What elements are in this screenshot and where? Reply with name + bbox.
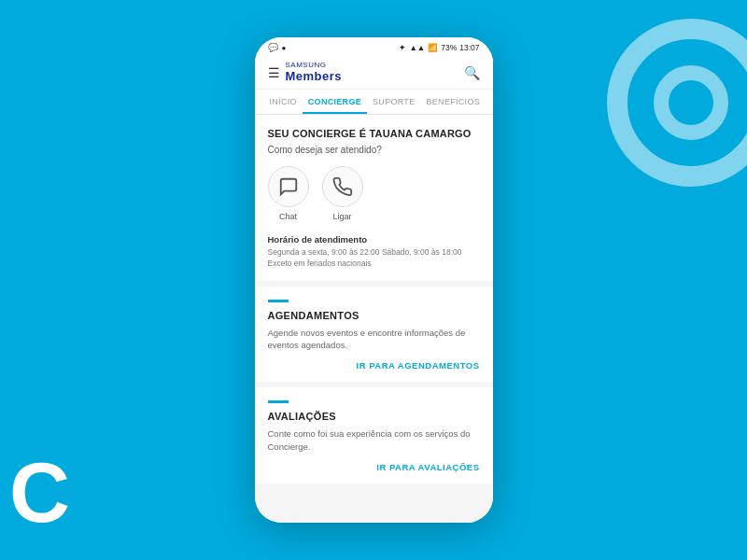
main-content: SEU CONCIERGE É TAUANA CAMARGO Como dese… bbox=[255, 115, 493, 523]
hours-text: Segunda a sexta, 9:00 às 22:00 Sábado, 9… bbox=[268, 247, 480, 270]
status-left-icons: 💬 ● bbox=[268, 43, 287, 52]
concierge-name: SEU CONCIERGE É TAUANA CAMARGO bbox=[268, 128, 480, 139]
tab-beneficios[interactable]: BENEFÍCIOS bbox=[420, 90, 486, 114]
wifi-icon: 📶 bbox=[428, 43, 438, 52]
top-bar: ☰ SAMSUNG Members 🔍 bbox=[255, 56, 493, 90]
phone-icon bbox=[322, 166, 363, 207]
how-help-text: Como deseja ser atendido? bbox=[268, 145, 480, 155]
concierge-card: SEU CONCIERGE É TAUANA CAMARGO Como dese… bbox=[255, 115, 493, 281]
bluetooth-icon: ✦ bbox=[399, 43, 406, 52]
call-label: Ligar bbox=[332, 212, 351, 221]
signal-bars: ▲▲ bbox=[409, 43, 425, 52]
phone-frame: 💬 ● ✦ ▲▲ 📶 73% 13:07 ☰ SAMSUNG Members 🔍… bbox=[255, 37, 493, 523]
agendamentos-desc: Agende novos eventos e encontre informaç… bbox=[268, 327, 480, 352]
call-option[interactable]: Ligar bbox=[322, 166, 363, 221]
message-icon: 💬 bbox=[268, 43, 278, 52]
chat-label: Chat bbox=[279, 212, 297, 221]
brand-text: SAMSUNG Members bbox=[286, 62, 343, 83]
avaliacoes-card: AVALIAÇÕES Conte como foi sua experiênci… bbox=[255, 387, 493, 483]
agendamentos-card: AGENDAMENTOS Agende novos eventos e enco… bbox=[255, 287, 493, 383]
avaliacoes-link[interactable]: IR PARA AVALIAÇÕES bbox=[268, 462, 480, 472]
accent-line-agendamentos bbox=[268, 300, 289, 302]
chat-option[interactable]: Chat bbox=[268, 166, 309, 221]
status-bar: 💬 ● ✦ ▲▲ 📶 73% 13:07 bbox=[255, 37, 493, 56]
tab-inicio[interactable]: INÍCIO bbox=[264, 90, 303, 114]
hours-title: Horário de atendimento bbox=[268, 234, 480, 245]
bg-letter-c: C bbox=[9, 445, 70, 541]
dot-icon: ● bbox=[282, 44, 287, 52]
brand-name: Members bbox=[286, 69, 343, 83]
contact-options: Chat Ligar bbox=[268, 166, 480, 221]
bg-circle-inner bbox=[654, 65, 728, 140]
status-right-info: ✦ ▲▲ 📶 73% 13:07 bbox=[399, 43, 479, 52]
tab-suporte[interactable]: SUPORTE bbox=[367, 90, 420, 114]
chat-icon bbox=[268, 166, 309, 207]
accent-line-avaliacoes bbox=[268, 400, 289, 403]
search-icon[interactable]: 🔍 bbox=[464, 65, 480, 80]
clock: 13:07 bbox=[459, 43, 479, 52]
battery-level: 73% bbox=[441, 43, 457, 52]
agendamentos-title: AGENDAMENTOS bbox=[268, 310, 480, 321]
hamburger-menu-icon[interactable]: ☰ bbox=[268, 65, 280, 80]
nav-tabs: INÍCIO CONCIERGE SUPORTE BENEFÍCIOS bbox=[255, 90, 493, 115]
avaliacoes-title: AVALIAÇÕES bbox=[268, 411, 480, 422]
agendamentos-link[interactable]: IR PARA AGENDAMENTOS bbox=[268, 360, 480, 371]
avaliacoes-desc: Conte como foi sua experiência com os se… bbox=[268, 427, 480, 453]
tab-concierge[interactable]: CONCIERGE bbox=[303, 90, 367, 114]
app-title-group: ☰ SAMSUNG Members bbox=[268, 62, 343, 83]
brand-prefix: SAMSUNG bbox=[286, 62, 343, 69]
